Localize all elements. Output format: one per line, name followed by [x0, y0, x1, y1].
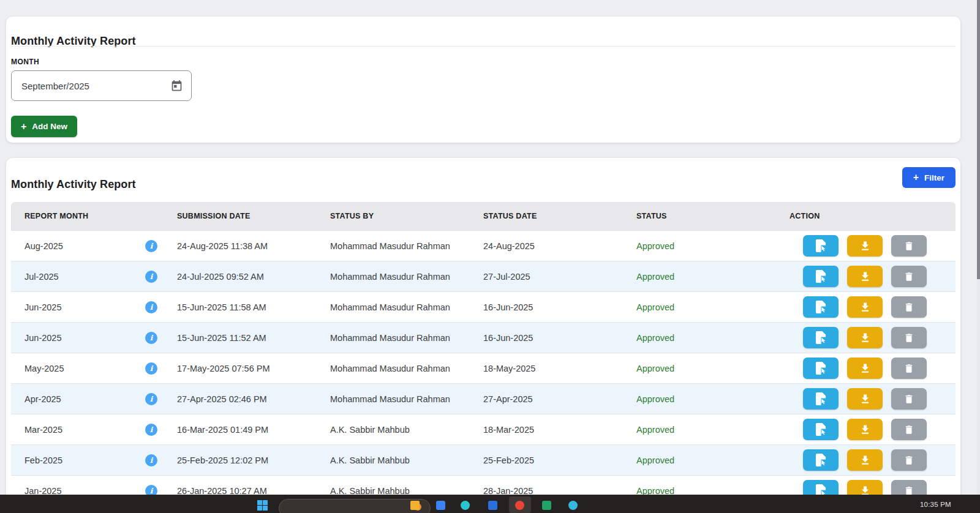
download-button[interactable]	[847, 296, 883, 318]
info-icon[interactable]: i	[145, 424, 157, 436]
file-preview-icon	[815, 392, 827, 405]
status-date-cell: 18-Mar-2025	[470, 425, 623, 435]
app-icon-teal-circle[interactable]	[461, 501, 470, 510]
info-icon[interactable]: i	[145, 301, 157, 313]
submission-date-cell: 15-Jun-2025 11:52 AM	[164, 333, 317, 343]
status-by-cell: Mohammad Masudur Rahman	[317, 333, 470, 343]
download-button[interactable]	[847, 235, 883, 256]
calendar-icon[interactable]	[170, 80, 183, 92]
delete-button[interactable]	[891, 296, 927, 318]
view-report-button[interactable]	[803, 327, 839, 348]
status-cell: Approved	[623, 302, 776, 312]
download-button[interactable]	[847, 449, 883, 471]
status-cell: Approved	[623, 272, 776, 282]
status-date-cell: 16-Jun-2025	[470, 302, 623, 312]
delete-button[interactable]	[891, 419, 927, 440]
view-report-button[interactable]	[803, 296, 839, 318]
monthly-activity-report-page: { "top_card": { "title": "Monthly Activi…	[0, 0, 980, 513]
status-cell: Approved	[623, 455, 776, 465]
file-preview-icon	[815, 454, 827, 466]
month-label: MONTH	[11, 58, 39, 66]
download-button[interactable]	[847, 388, 883, 410]
plus-icon: +	[21, 122, 26, 132]
submission-date-cell: 16-Mar-2025 01:49 PM	[164, 425, 317, 435]
table-row: Mar-2025 i 16-Mar-2025 01:49 PM A.K. Sab…	[11, 414, 956, 444]
page-scrollbar[interactable]	[977, 0, 980, 495]
status-date-cell: 27-Jul-2025	[470, 272, 623, 282]
trash-icon	[903, 394, 914, 405]
view-report-button[interactable]	[803, 449, 839, 471]
download-button[interactable]	[847, 358, 883, 379]
app-icon-cyan-circle[interactable]	[568, 501, 578, 510]
status-by-cell: A.K. Sabbir Mahbub	[317, 455, 470, 465]
header-report-month: REPORT MONTH	[11, 212, 164, 220]
file-explorer-icon[interactable]	[410, 501, 420, 510]
status-cell: Approved	[623, 241, 776, 251]
file-preview-icon	[815, 301, 827, 313]
delete-button[interactable]	[891, 266, 927, 287]
status-by-cell: Mohammad Masudur Rahman	[317, 241, 470, 251]
status-by-cell: Mohammad Masudur Rahman	[317, 394, 470, 404]
status-date-cell: 16-Jun-2025	[470, 333, 623, 343]
app-icon-red-circle[interactable]	[515, 501, 524, 510]
download-icon	[859, 424, 871, 435]
status-cell: Approved	[623, 394, 776, 404]
download-button[interactable]	[847, 266, 883, 287]
table-header-row: REPORT MONTH SUBMISSION DATE STATUS BY S…	[11, 202, 956, 230]
view-report-button[interactable]	[803, 235, 839, 256]
month-picker-input[interactable]: September/2025	[11, 70, 192, 101]
scrollbar-thumb[interactable]	[977, 0, 980, 279]
plus-icon: +	[913, 173, 919, 182]
header-status: STATUS	[623, 212, 776, 220]
submission-date-cell: 25-Feb-2025 12:02 PM	[164, 455, 317, 465]
taskbar-search-box[interactable]	[279, 499, 431, 513]
view-report-button[interactable]	[803, 358, 839, 379]
windows-taskbar: 10:35 PM	[0, 495, 980, 513]
start-button-icon[interactable]	[257, 500, 268, 511]
info-icon[interactable]: i	[145, 362, 157, 375]
table-row: Apr-2025 i 27-Apr-2025 02:46 PM Mohammad…	[11, 383, 956, 414]
add-new-button[interactable]: + Add New	[11, 116, 77, 137]
status-cell: Approved	[623, 364, 776, 373]
app-icon-excel[interactable]	[542, 501, 551, 510]
app-icon-blue[interactable]	[436, 501, 445, 510]
trash-icon	[903, 424, 914, 435]
download-button[interactable]	[847, 419, 883, 440]
info-icon[interactable]: i	[145, 454, 157, 466]
submission-date-cell: 27-Apr-2025 02:46 PM	[164, 394, 317, 404]
download-icon	[859, 454, 871, 466]
download-button[interactable]	[847, 327, 883, 348]
view-report-button[interactable]	[803, 388, 839, 410]
delete-button[interactable]	[891, 235, 927, 256]
file-preview-icon	[815, 331, 827, 344]
submission-date-cell: 24-Aug-2025 11:38 AM	[164, 241, 317, 251]
info-icon[interactable]: i	[145, 393, 157, 405]
filter-button[interactable]: + Filter	[902, 167, 956, 188]
download-icon	[859, 301, 871, 313]
divider	[11, 46, 956, 47]
download-icon	[859, 393, 871, 405]
file-preview-icon	[815, 239, 827, 252]
report-list-card: Monthly Activity Report + Filter REPORT …	[6, 158, 960, 513]
table-row: Aug-2025 i 24-Aug-2025 11:38 AM Mohammad…	[11, 230, 956, 261]
status-cell: Approved	[623, 333, 776, 343]
header-action: ACTION	[776, 212, 956, 220]
report-month-cell-text: May-2025	[24, 364, 64, 373]
app-icon-word[interactable]	[488, 501, 497, 510]
delete-button[interactable]	[891, 358, 927, 379]
submission-date-cell: 17-May-2025 07:56 PM	[164, 364, 317, 373]
report-month-cell-text: Aug-2025	[24, 241, 63, 251]
download-icon	[859, 362, 871, 374]
info-icon[interactable]: i	[145, 271, 157, 283]
table-row: May-2025 i 17-May-2025 07:56 PM Mohammad…	[11, 353, 956, 383]
report-month-cell-text: Apr-2025	[24, 394, 61, 404]
delete-button[interactable]	[891, 388, 927, 410]
info-icon[interactable]: i	[145, 240, 157, 252]
info-icon[interactable]: i	[145, 332, 157, 344]
delete-button[interactable]	[891, 327, 927, 348]
view-report-button[interactable]	[803, 419, 839, 440]
view-report-button[interactable]	[803, 266, 839, 287]
delete-button[interactable]	[891, 449, 927, 471]
download-icon	[859, 271, 871, 282]
taskbar-clock[interactable]: 10:35 PM	[920, 501, 951, 508]
